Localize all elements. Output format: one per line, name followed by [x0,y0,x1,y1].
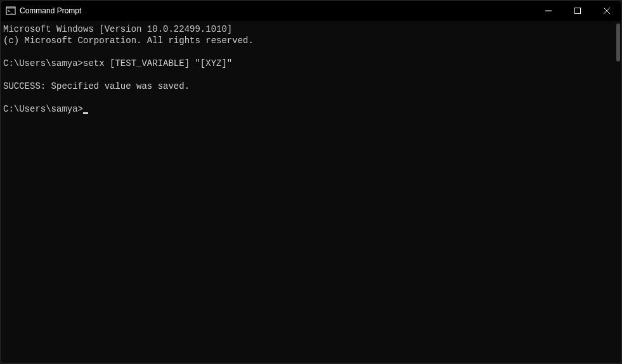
svg-text:>_: >_ [8,9,13,14]
current-prompt: C:\Users\samya> [3,104,88,114]
copyright-line: (c) Microsoft Corporation. All rights re… [3,36,254,46]
titlebar[interactable]: >_ Command Prompt [1,1,621,21]
prompt-line: C:\Users\samya>setx [TEST_VARIABLE] "[XY… [3,58,232,68]
maximize-button[interactable] [563,1,592,21]
prompt-path: C:\Users\samya> [3,58,83,68]
entered-command: setx [TEST_VARIABLE] "[XYZ]" [83,58,232,68]
terminal-body[interactable]: Microsoft Windows [Version 10.0.22499.10… [1,21,621,363]
scrollbar-thumb[interactable] [616,23,620,62]
prompt-path: C:\Users\samya> [3,104,83,114]
svg-rect-4 [575,8,581,14]
titlebar-left: >_ Command Prompt [6,6,81,16]
close-button[interactable] [592,1,621,21]
window-controls [534,1,621,21]
version-line: Microsoft Windows [Version 10.0.22499.10… [3,24,232,34]
success-message: SUCCESS: Specified value was saved. [3,81,190,91]
cursor [83,112,88,114]
terminal-content: Microsoft Windows [Version 10.0.22499.10… [3,23,621,115]
command-prompt-window: >_ Command Prompt Microsoft Windows [Ver… [0,0,622,364]
minimize-button[interactable] [534,1,563,21]
cmd-icon: >_ [6,6,16,16]
window-title: Command Prompt [20,6,81,15]
